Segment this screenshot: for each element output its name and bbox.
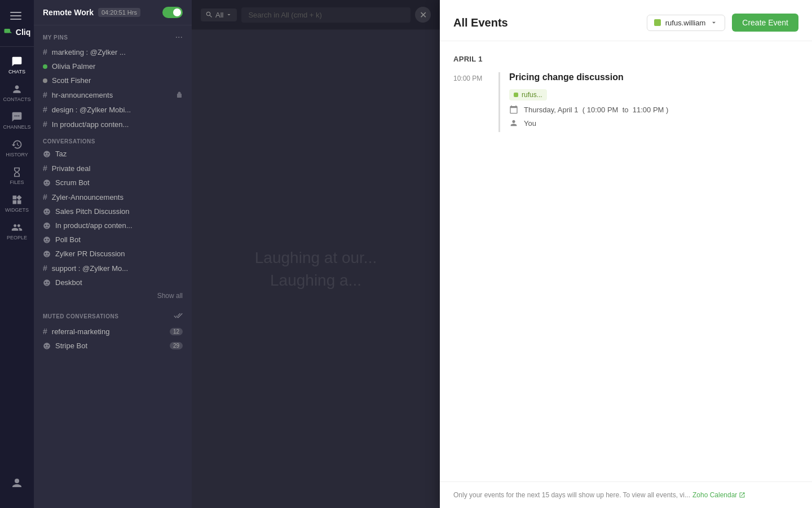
calendar-icon [509, 105, 518, 114]
event-date-section: APRIL 1 [453, 55, 798, 63]
pin-item-product[interactable]: # In product/app conten... [34, 117, 192, 132]
bot-icon [43, 279, 51, 287]
conv-item-deskbot[interactable]: Deskbot [34, 275, 192, 290]
icon-navigation: Cliq CHATS CONTACTS CHANNELS HISTORY FIL… [0, 0, 34, 508]
hash-icon: # [43, 164, 47, 173]
event-row: 10:00 PM Pricing change discussion rufus… [453, 72, 798, 132]
svg-point-21 [45, 253, 46, 254]
channels-icon [11, 111, 23, 122]
conv-item-text: Zylker PR Discussion [55, 249, 183, 258]
calendar-label-chip: rufus... [509, 89, 547, 100]
chat-icon [11, 56, 23, 67]
conv-item-taz[interactable]: Taz [34, 147, 192, 161]
workspace-header: Remote Work 04:20:51 Hrs [34, 0, 192, 25]
event-card[interactable]: Pricing change discussion rufus... Thurs… [498, 72, 798, 132]
hamburger-icon[interactable] [10, 9, 24, 23]
pins-menu-icon[interactable]: ··· [175, 32, 183, 42]
online-status-dot [43, 64, 47, 69]
conv-item-pr[interactable]: Zylker PR Discussion [34, 247, 192, 261]
bot-icon [43, 208, 51, 216]
calendar-selector-dropdown[interactable]: rufus.william [647, 15, 726, 31]
nav-people[interactable]: PEOPLE [0, 217, 34, 245]
pin-item-text: Olivia Palmer [52, 62, 183, 71]
conv-item-scrum[interactable]: Scrum Bot [34, 176, 192, 190]
app-name: Cliq [3, 27, 30, 37]
conv-item-product-app[interactable]: In product/app conten... [34, 218, 192, 233]
nav-history[interactable]: HISTORY [0, 134, 34, 162]
svg-point-6 [45, 153, 46, 154]
svg-point-27 [45, 345, 46, 346]
pin-item-marketing[interactable]: # marketing : @Zylker ... [34, 45, 192, 59]
hash-icon: # [43, 105, 47, 114]
bot-icon [43, 222, 51, 230]
event-date-text: Thursday, April 1 ( 10:00 PM to 11:00 PM… [524, 106, 668, 114]
nav-chats[interactable]: CHATS [0, 51, 34, 79]
people-icon [11, 222, 23, 233]
svg-point-7 [47, 153, 48, 154]
conv-item-text: In product/app conten... [55, 221, 183, 230]
svg-point-20 [43, 251, 50, 257]
chevron-down-icon [710, 19, 718, 27]
conv-item-text: support : @Zylker Mo... [52, 264, 183, 273]
widgets-icon [11, 194, 23, 205]
event-panel-title: All Events [453, 16, 508, 29]
svg-point-14 [43, 222, 50, 229]
conv-item-support[interactable]: # support : @Zylker Mo... [34, 261, 192, 275]
conv-item-zyler[interactable]: # Zyler-Announcements [34, 190, 192, 204]
pin-item-olivia[interactable]: Olivia Palmer [34, 59, 192, 73]
svg-point-26 [43, 343, 50, 349]
hash-icon: # [43, 327, 47, 336]
svg-point-13 [47, 211, 48, 212]
zoho-calendar-link[interactable]: Zoho Calendar [692, 491, 745, 499]
workspace-toggle[interactable] [162, 7, 183, 18]
nav-contacts[interactable]: CONTACTS [0, 79, 34, 107]
svg-point-28 [47, 345, 48, 346]
conv-item-text: Poll Bot [55, 235, 183, 244]
bot-icon [43, 236, 51, 244]
pin-item-design[interactable]: # design : @Zylker Mobi... [34, 102, 192, 117]
conv-item-text: Sales Pitch Discussion [55, 207, 183, 216]
pin-item-text: In product/app conten... [52, 120, 183, 129]
calendar-color-indicator [654, 19, 661, 26]
muted-item-referral[interactable]: # referral-marketing 12 [34, 324, 192, 339]
svg-point-4 [15, 479, 19, 483]
mute-icon [174, 311, 183, 322]
nav-settings[interactable] [10, 472, 24, 494]
event-panel-header: All Events rufus.william Create Event [440, 0, 812, 41]
logo-area[interactable]: Cliq [0, 5, 34, 47]
svg-point-22 [47, 253, 48, 254]
create-event-button[interactable]: Create Event [732, 14, 798, 32]
svg-point-5 [43, 151, 50, 157]
muted-item-stripe[interactable]: Stripe Bot 29 [34, 339, 192, 353]
nav-channels[interactable]: CHANNELS [0, 107, 34, 134]
svg-point-9 [45, 182, 46, 183]
conv-item-poll[interactable]: Poll Bot [34, 233, 192, 247]
svg-point-18 [45, 239, 46, 240]
modal-overlay [192, 0, 440, 508]
svg-point-12 [45, 211, 46, 212]
svg-point-19 [47, 239, 48, 240]
svg-point-17 [43, 237, 50, 243]
svg-rect-1 [10, 15, 21, 16]
svg-point-24 [45, 282, 46, 283]
show-all-button[interactable]: Show all [34, 290, 192, 304]
footer-text: Only your events for the next 15 days wi… [453, 491, 690, 499]
conv-item-text: Scrum Bot [55, 178, 183, 187]
files-icon [11, 167, 23, 178]
nav-widgets[interactable]: WIDGETS [0, 190, 34, 217]
conv-item-private-deal[interactable]: # Private deal [34, 161, 192, 176]
event-title: Pricing change discussion [509, 72, 798, 82]
event-panel-controls: rufus.william Create Event [647, 14, 798, 32]
nav-files[interactable]: FILES [0, 162, 34, 190]
hash-icon: # [43, 264, 47, 273]
pin-item-hr[interactable]: # hr-announcements [34, 87, 192, 102]
pin-item-scott[interactable]: Scott Fisher [34, 73, 192, 87]
svg-point-10 [47, 182, 48, 183]
muted-item-text: Stripe Bot [55, 341, 165, 350]
conv-item-sales[interactable]: Sales Pitch Discussion [34, 204, 192, 218]
calendar-chip-label: rufus... [522, 91, 542, 99]
cliq-logo-icon [3, 27, 14, 37]
event-datetime-row: Thursday, April 1 ( 10:00 PM to 11:00 PM… [509, 105, 798, 114]
conv-item-text: Zyler-Announcements [52, 193, 183, 202]
contacts-icon [11, 84, 23, 95]
